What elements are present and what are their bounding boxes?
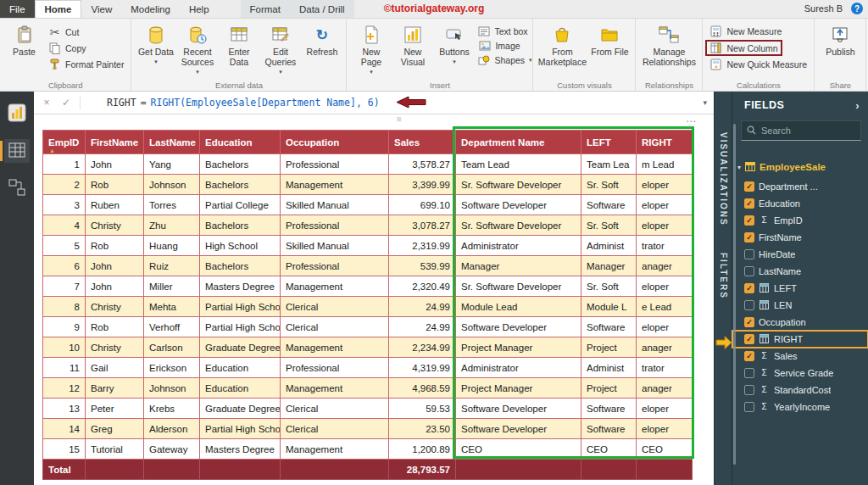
table-cell[interactable]: 2,320.49 (389, 276, 456, 297)
field-checkbox-checked[interactable]: ✓ (744, 283, 754, 293)
field-checkbox-unchecked[interactable] (744, 300, 754, 310)
table-cell[interactable]: Manager (456, 256, 581, 276)
field-checkbox-unchecked[interactable] (744, 402, 754, 412)
table-cell[interactable]: trator (637, 358, 693, 378)
table-cell[interactable]: Management (281, 439, 389, 460)
table-cell[interactable]: Sr. Soft (581, 175, 637, 195)
column-header[interactable]: Sales (389, 131, 456, 154)
ribbon-buttons[interactable]: Buttons ▾ (434, 22, 474, 65)
ribbon-new-visual[interactable]: New Visual (392, 22, 432, 67)
table-cell[interactable]: Peter (86, 399, 144, 419)
tab-file[interactable]: File (0, 0, 35, 18)
table-cell[interactable]: eloper (637, 215, 693, 236)
ribbon-shapes[interactable]: Shapes ▾ (476, 54, 528, 66)
column-header[interactable]: Education (200, 131, 281, 154)
ribbon-new-page[interactable]: New Page ▾ (351, 22, 391, 75)
table-cell[interactable]: Education (200, 358, 281, 378)
table-cell[interactable]: 2,234.99 (389, 337, 456, 358)
field-item-lastname[interactable]: LastName (732, 263, 868, 280)
column-header[interactable]: LEFT (581, 131, 637, 154)
table-cell[interactable]: Rob (86, 317, 144, 337)
table-cell[interactable]: Software (581, 195, 637, 215)
table-cell[interactable]: Professional (281, 358, 389, 378)
table-cell[interactable]: 59.53 (389, 399, 456, 419)
ribbon-get-data[interactable]: Get Data ▾ (136, 22, 175, 65)
column-header[interactable]: LastName (144, 131, 200, 154)
table-cell[interactable]: John (86, 154, 144, 175)
table-cell[interactable]: Partial High School (200, 297, 281, 317)
table-cell[interactable]: Software Developer (456, 399, 581, 419)
field-checkbox-unchecked[interactable] (744, 368, 754, 378)
table-cell[interactable]: anager (637, 378, 693, 399)
table-cell[interactable]: Clerical (281, 399, 389, 419)
field-checkbox-unchecked[interactable] (744, 385, 754, 395)
data-view-button[interactable] (4, 139, 30, 163)
ribbon-new-quick-measure[interactable]: New Quick Measure (707, 58, 810, 71)
fields-search-input[interactable]: Search (741, 120, 861, 141)
table-node-employeesale[interactable]: ▾ EmployeeSale (732, 158, 868, 176)
field-checkbox-checked[interactable]: ✓ (744, 351, 754, 361)
table-cell[interactable]: High School (200, 236, 281, 256)
table-cell[interactable]: Module L (581, 297, 637, 317)
table-cell[interactable]: trator (637, 236, 693, 256)
field-checkbox-unchecked[interactable] (744, 249, 754, 259)
field-item-department[interactable]: ✓Department ... (732, 178, 868, 195)
help-icon[interactable]: ? (851, 3, 863, 14)
tab-modeling[interactable]: Modeling (121, 0, 180, 18)
table-cell[interactable]: Education (200, 378, 281, 399)
table-cell[interactable]: 24.99 (389, 297, 456, 317)
tab-view[interactable]: View (81, 0, 121, 18)
field-item-len[interactable]: LEN (732, 297, 868, 314)
field-checkbox-checked[interactable]: ✓ (744, 317, 754, 327)
table-cell[interactable]: Project Manager (456, 337, 581, 358)
column-header[interactable]: EmpID▲ (43, 131, 86, 154)
table-cell[interactable]: Graduate Degree (200, 337, 281, 358)
ribbon-paste[interactable]: Paste (4, 22, 44, 57)
filters-pane-collapsed[interactable]: FILTERS (719, 253, 728, 299)
table-cell[interactable]: anager (637, 337, 693, 358)
table-cell[interactable]: Software (581, 419, 637, 439)
table-cell[interactable]: Administ (581, 236, 637, 256)
table-cell[interactable]: 23.50 (389, 419, 456, 439)
table-cell[interactable]: Administrator (456, 358, 581, 378)
table-cell[interactable]: eloper (637, 317, 693, 337)
table-cell[interactable]: Erickson (144, 358, 200, 378)
ribbon-manage-relationships[interactable]: Manage Relationships (640, 22, 698, 67)
column-header[interactable]: RIGHT (637, 131, 693, 154)
table-cell[interactable]: 539.99 (389, 256, 456, 276)
table-cell[interactable]: Krebs (144, 399, 200, 419)
tab-format[interactable]: Format (241, 0, 290, 18)
table-cell[interactable]: 12 (43, 378, 86, 399)
tab-home[interactable]: Home (35, 0, 82, 18)
table-cell[interactable]: Partial High School (200, 317, 281, 337)
field-checkbox-checked[interactable]: ✓ (744, 334, 754, 344)
table-cell[interactable]: CEO (456, 439, 581, 460)
table-cell[interactable]: 3,578.27 (389, 154, 456, 175)
table-cell[interactable]: 2 (43, 175, 86, 195)
column-header[interactable]: FirstName (86, 131, 144, 154)
formula-bar-expand-icon[interactable]: ▾ (703, 98, 707, 107)
table-cell[interactable]: 15 (43, 439, 86, 460)
table-cell[interactable]: m Lead (637, 154, 693, 175)
table-cell[interactable]: Graduate Degree (200, 399, 281, 419)
table-cell[interactable]: Software Developer (456, 419, 581, 439)
table-cell[interactable]: Management (281, 175, 389, 195)
ribbon-new-column[interactable]: New Column (707, 42, 780, 54)
ribbon-refresh[interactable]: ↻ Refresh (302, 22, 342, 57)
field-item-firstname[interactable]: ✓FirstName (732, 229, 868, 246)
table-cell[interactable]: 7 (43, 276, 86, 297)
table-cell[interactable]: Alderson (144, 419, 200, 439)
ribbon-from-marketplace[interactable]: From Marketplace (537, 22, 587, 67)
table-cell[interactable]: 699.10 (389, 195, 456, 215)
table-cell[interactable]: 3 (43, 195, 86, 215)
table-cell[interactable]: 4 (43, 215, 86, 236)
field-checkbox-unchecked[interactable] (744, 266, 754, 276)
field-checkbox-checked[interactable]: ✓ (744, 198, 754, 209)
table-cell[interactable]: Yang (144, 154, 200, 175)
table-cell[interactable]: Sr. Software Developer (456, 215, 581, 236)
field-item-sales[interactable]: ✓ΣSales (732, 348, 868, 365)
ribbon-edit-queries[interactable]: Edit Queries ▾ (260, 22, 300, 75)
ribbon-image[interactable]: Image (476, 40, 528, 52)
table-cell[interactable]: Module Lead (456, 297, 581, 317)
model-view-button[interactable] (4, 176, 30, 200)
